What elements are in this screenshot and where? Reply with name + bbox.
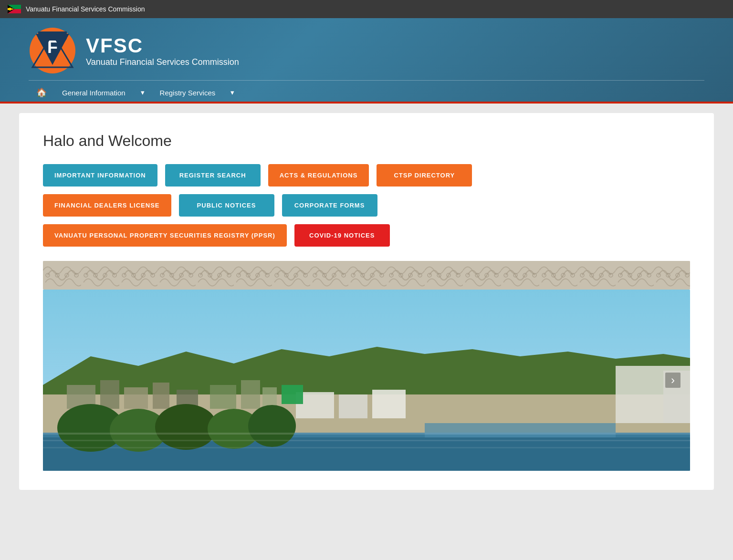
svg-rect-41 — [43, 433, 690, 435]
vfsc-logo-icon: F — [29, 27, 76, 74]
svg-rect-22 — [100, 380, 119, 409]
svg-rect-23 — [124, 387, 148, 409]
svg-rect-27 — [241, 380, 260, 409]
nav-general-information-chevron: ▾ — [133, 84, 152, 101]
acts-regulations-button[interactable]: ACTS & REGULATIONS — [268, 164, 369, 187]
main-wrapper: Halo and Welcome IMPORTANT INFORMATION R… — [0, 104, 733, 499]
nav-home[interactable]: 🏠 — [29, 83, 54, 102]
svg-rect-24 — [153, 383, 169, 409]
svg-rect-15 — [43, 261, 690, 290]
vanuatu-flag-icon — [8, 5, 21, 13]
top-bar: Vanuatu Financial Services Commission — [0, 0, 733, 18]
svg-rect-36 — [372, 390, 406, 418]
ppsr-button[interactable]: VANUATU PERSONAL PROPERTY SECURITIES REG… — [43, 224, 287, 247]
buttons-grid: IMPORTANT INFORMATION REGISTER SEARCH AC… — [43, 164, 690, 247]
welcome-title: Halo and Welcome — [43, 132, 690, 150]
site-name-abbr: VFSC — [86, 34, 239, 57]
site-name-full: Vanuatu Financial Services Commission — [86, 57, 239, 67]
logo-container: F — [29, 27, 76, 74]
landscape-svg — [43, 290, 690, 471]
decorative-band — [43, 261, 690, 290]
top-bar-title: Vanuatu Financial Services Commission — [26, 5, 145, 13]
public-notices-button[interactable]: PUBLIC NOTICES — [179, 194, 274, 217]
financial-dealers-license-button[interactable]: FINANCIAL DEALERS LICENSE — [43, 194, 171, 217]
svg-rect-43 — [43, 447, 690, 448]
nav-registry-services[interactable]: Registry Services — [152, 85, 223, 101]
buttons-row-1: IMPORTANT INFORMATION REGISTER SEARCH AC… — [43, 164, 690, 187]
site-header: F VFSC Vanuatu Financial Services Commis… — [0, 18, 733, 104]
buttons-row-3: VANUATU PERSONAL PROPERTY SECURITIES REG… — [43, 224, 690, 247]
nav-general-information[interactable]: General Information — [54, 85, 133, 101]
svg-rect-40 — [425, 423, 616, 437]
svg-rect-35 — [339, 394, 367, 418]
swirl-pattern — [43, 261, 690, 290]
register-search-button[interactable]: REGISTER SEARCH — [165, 164, 261, 187]
svg-rect-37 — [282, 385, 303, 404]
carousel-next-button[interactable]: › — [665, 373, 681, 388]
buttons-row-2: FINANCIAL DEALERS LICENSE PUBLIC NOTICES… — [43, 194, 690, 217]
ctsp-directory-button[interactable]: CTSP DIRECTORY — [377, 164, 472, 187]
svg-rect-42 — [43, 440, 690, 441]
nav-registry-services-chevron: ▾ — [223, 84, 242, 101]
hero-image: › — [43, 290, 690, 471]
covid-19-notices-button[interactable]: COVID-19 NOTICES — [294, 224, 390, 247]
main-nav: 🏠 General Information ▾ Registry Service… — [29, 81, 704, 102]
content-card: Halo and Welcome IMPORTANT INFORMATION R… — [19, 113, 714, 490]
important-information-button[interactable]: IMPORTANT INFORMATION — [43, 164, 157, 187]
svg-point-4 — [9, 8, 11, 10]
svg-rect-26 — [210, 385, 236, 409]
header-text: VFSC Vanuatu Financial Services Commissi… — [86, 34, 239, 67]
corporate-forms-button[interactable]: CORPORATE FORMS — [282, 194, 377, 217]
